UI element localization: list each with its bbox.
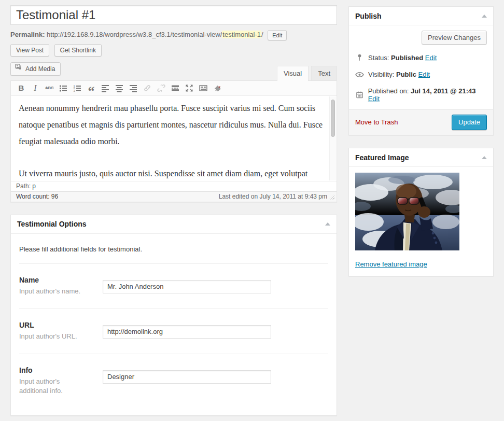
name-field-label: Name <box>19 276 103 284</box>
scrollbar-thumb[interactable] <box>331 100 335 137</box>
tab-visual[interactable]: Visual <box>277 66 309 81</box>
status-label: Status: <box>368 54 389 62</box>
publish-header[interactable]: Publish <box>349 7 493 25</box>
add-media-label: Add Media <box>25 63 55 75</box>
fullscreen-icon[interactable] <box>183 82 195 94</box>
more-tag-icon[interactable] <box>169 82 181 94</box>
pin-icon <box>355 53 364 62</box>
editor-paragraph: Ut viverra mauris justo, quis auctor nis… <box>19 165 323 181</box>
permalink-label: Permalink: <box>10 31 45 38</box>
field-row-info: Info Input author's additional info. <box>19 354 328 408</box>
eye-icon <box>355 71 364 78</box>
featured-image-thumbnail[interactable] <box>355 173 459 250</box>
remove-featured-image-link[interactable]: Remove featured image <box>355 260 427 268</box>
publishing-actions: Move to Trash Update <box>349 109 493 135</box>
align-center-icon[interactable] <box>113 82 125 94</box>
view-post-button[interactable]: View Post <box>10 44 49 57</box>
name-field-hint: Input author's name. <box>19 287 81 296</box>
word-count: Word count: 96 <box>16 193 58 200</box>
sidebar: Publish Preview Changes Status: Publishe… <box>348 6 494 276</box>
info-field-hint: Input author's additional info. <box>19 377 81 396</box>
media-icon <box>15 63 23 75</box>
testimonial-options-box: Testimonial Options Please fill addition… <box>10 215 337 416</box>
featured-image-box: Featured Image <box>348 148 494 276</box>
visibility-value: Public <box>396 71 416 78</box>
testimonial-options-header[interactable]: Testimonial Options <box>11 215 337 234</box>
editor-frame: B I ABC 123 “ <box>10 80 337 202</box>
bullet-list-icon[interactable] <box>57 82 69 94</box>
permalink-url-prefix: http://192.168.9.18/wordpress/w3.8_cf3.1… <box>47 31 222 38</box>
status-row: Status: Published Edit <box>355 53 487 62</box>
preview-changes-button[interactable]: Preview Changes <box>422 31 487 45</box>
permalink-edit-button[interactable]: Edit <box>268 30 287 40</box>
bold-icon[interactable]: B <box>15 82 27 94</box>
collapse-toggle-icon[interactable] <box>482 156 487 159</box>
editor-scrollbar[interactable] <box>329 96 336 180</box>
featured-image-title: Featured Image <box>355 153 409 162</box>
editor-paragraph: Aenean nonummy hendrerit mau phasellu po… <box>19 100 323 150</box>
editor-content[interactable]: Aenean nonummy hendrerit mau phasellu po… <box>11 96 337 181</box>
field-row-name: Name Input author's name. <box>19 264 328 309</box>
editor-status-bar: Word count: 96 Last edited on July 14, 2… <box>11 191 337 202</box>
url-field-label: URL <box>19 321 103 329</box>
editor-toolbar: B I ABC 123 “ <box>11 81 337 96</box>
update-button[interactable]: Update <box>452 115 487 130</box>
editor-mode-tabs: Visual Text <box>274 66 337 80</box>
post-edit-column: Permalink: http://192.168.9.18/wordpress… <box>10 5 337 416</box>
align-right-icon[interactable] <box>127 82 139 94</box>
move-to-trash-link[interactable]: Move to Trash <box>355 118 398 126</box>
permalink-suffix: / <box>261 31 263 38</box>
kitchen-sink-icon[interactable] <box>197 82 209 94</box>
testimonial-options-description: Please fill additional fields for testim… <box>19 234 328 264</box>
add-media-button[interactable]: Add Media <box>10 62 61 76</box>
permalink-slug[interactable]: testimonial-1 <box>222 31 261 38</box>
url-field-input[interactable] <box>103 325 271 339</box>
published-on-row: Published on: Jul 14, 2011 @ 21:43 Edit <box>355 87 487 103</box>
post-title-input[interactable] <box>10 5 337 25</box>
post-actions: View Post Get Shortlink <box>10 44 337 57</box>
status-value: Published <box>391 54 423 62</box>
editor-path-bar: Path: p <box>11 181 337 191</box>
visibility-edit-link[interactable]: Edit <box>418 71 430 78</box>
publish-box: Publish Preview Changes Status: Publishe… <box>348 6 494 135</box>
featured-image-header[interactable]: Featured Image <box>349 148 493 167</box>
published-on-edit-link[interactable]: Edit <box>368 95 380 103</box>
content-editor: Add Media Visual Text B I ABC 123 “ <box>10 62 337 202</box>
align-left-icon[interactable] <box>99 82 111 94</box>
last-edited: Last edited on July 14, 2011 at 9:43 pm <box>219 193 327 200</box>
plugin-icon[interactable] <box>211 82 223 94</box>
visibility-label: Visibility: <box>368 71 394 78</box>
testimonial-options-title: Testimonial Options <box>17 220 87 228</box>
unlink-icon[interactable] <box>155 82 167 94</box>
resize-grip-icon[interactable] <box>329 194 334 200</box>
url-field-hint: Input author's URL. <box>19 332 81 341</box>
get-shortlink-button[interactable]: Get Shortlink <box>54 44 102 57</box>
published-on-label: Published on: <box>368 87 409 95</box>
collapse-toggle-icon[interactable] <box>325 222 330 226</box>
publish-title: Publish <box>355 12 382 20</box>
calendar-icon <box>355 91 364 99</box>
tab-text[interactable]: Text <box>311 66 337 80</box>
info-field-label: Info <box>19 366 103 374</box>
blockquote-icon[interactable]: “ <box>85 82 97 94</box>
italic-icon[interactable]: I <box>29 82 41 94</box>
name-field-input[interactable] <box>103 280 271 293</box>
svg-text:3: 3 <box>74 89 75 92</box>
info-field-input[interactable] <box>103 370 271 384</box>
permalink: Permalink: http://192.168.9.18/wordpress… <box>10 29 337 40</box>
link-icon[interactable] <box>141 82 153 94</box>
field-row-url: URL Input author's URL. <box>19 309 328 354</box>
strikethrough-icon[interactable]: ABC <box>43 82 55 94</box>
visibility-row: Visibility: Public Edit <box>355 71 487 78</box>
status-edit-link[interactable]: Edit <box>425 54 437 62</box>
published-on-value: Jul 14, 2011 @ 21:43 <box>411 87 475 95</box>
numbered-list-icon[interactable]: 123 <box>71 82 83 94</box>
collapse-toggle-icon[interactable] <box>482 15 487 18</box>
